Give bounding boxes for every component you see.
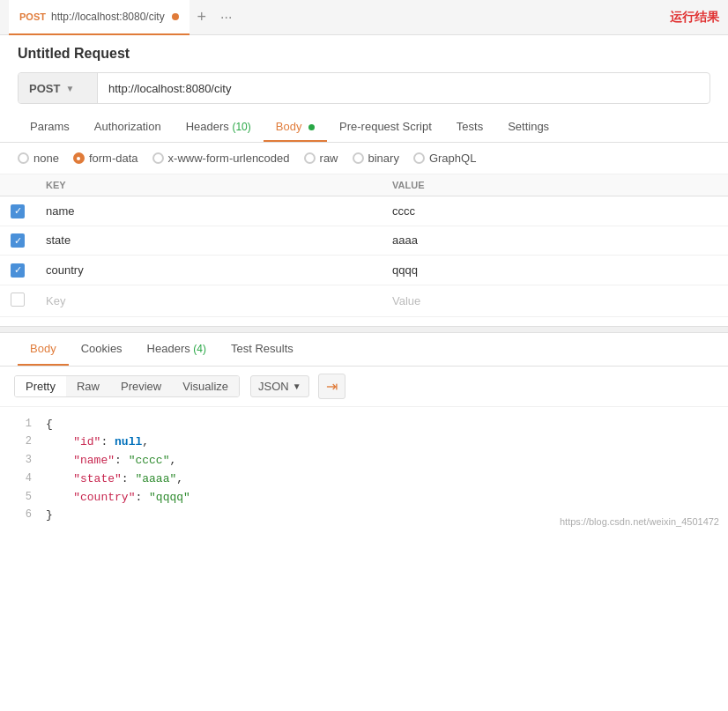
value-empty-placeholder[interactable]: Value — [382, 285, 728, 316]
wrap-button[interactable]: ⇥ — [318, 374, 345, 399]
body-type-urlencoded[interactable]: x-www-form-urlencoded — [152, 152, 290, 165]
json-str-name: "cccc" — [129, 454, 170, 467]
code-line-3: 3 "name": "cccc", — [0, 452, 728, 470]
format-pretty[interactable]: Pretty — [15, 376, 66, 396]
json-null-id: null — [115, 435, 142, 448]
more-tabs-button[interactable]: ··· — [214, 5, 239, 30]
radio-none — [18, 152, 29, 164]
tab-dot — [172, 13, 179, 20]
body-type-binary[interactable]: binary — [353, 152, 399, 165]
table-row-empty: Key Value — [0, 285, 728, 316]
body-type-none[interactable]: none — [18, 152, 59, 165]
json-type-select[interactable]: JSON ▼ — [250, 375, 309, 397]
format-raw[interactable]: Raw — [66, 376, 110, 396]
resp-tab-headers[interactable]: Headers (4) — [135, 333, 219, 366]
json-type-label: JSON — [258, 380, 289, 393]
json-str-country: "qqqq" — [149, 491, 190, 504]
response-toolbar: Pretty Raw Preview Visualize JSON ▼ ⇥ — [0, 367, 728, 407]
code-area: 1 { 2 "id": null, 3 "name": "cccc", 4 " — [0, 407, 728, 535]
line-content-5: "country": "qqqq" — [46, 489, 190, 507]
key-name[interactable]: name — [35, 196, 382, 226]
tab-params[interactable]: Params — [18, 113, 82, 142]
method-select[interactable]: POST ▼ — [19, 73, 98, 103]
radio-urlencoded — [152, 152, 164, 164]
key-empty-placeholder[interactable]: Key — [35, 285, 382, 316]
tab-tests[interactable]: Tests — [444, 113, 495, 142]
json-str-state: "aaaa" — [135, 472, 176, 485]
tab-body[interactable]: Body — [264, 113, 327, 142]
key-country[interactable]: country — [35, 256, 382, 285]
json-key-state: "state" — [73, 472, 122, 485]
line-content-4: "state": "aaaa", — [46, 470, 183, 489]
key-state[interactable]: state — [35, 226, 382, 256]
request-title: Untitled Request — [0, 35, 728, 72]
col-checkbox — [0, 174, 35, 196]
value-name[interactable]: cccc — [382, 196, 728, 226]
line-num-6: 6 — [7, 507, 32, 523]
run-result-label: 运行结果 — [670, 10, 719, 26]
label-binary: binary — [368, 152, 399, 165]
checkbox-empty[interactable] — [11, 293, 25, 307]
code-line-4: 4 "state": "aaaa", — [0, 470, 728, 489]
line-content-3: "name": "cccc", — [46, 452, 176, 470]
checkbox-name[interactable]: ✓ — [11, 204, 25, 218]
resp-tab-cookies[interactable]: Cookies — [69, 333, 135, 366]
response-tabs: Body Cookies Headers (4) Test Results — [0, 333, 728, 367]
label-raw: raw — [320, 152, 338, 165]
value-country[interactable]: qqqq — [382, 256, 728, 285]
code-line-5: 5 "country": "qqqq" — [0, 489, 728, 507]
line-num-4: 4 — [7, 470, 32, 487]
line-content-2: "id": null, — [46, 433, 149, 452]
tab-pre-request[interactable]: Pre-request Script — [327, 113, 444, 142]
method-label: POST — [29, 82, 60, 95]
watermark: https://blog.csdn.net/weixin_4501472 — [560, 516, 719, 527]
body-type-graphql[interactable]: GraphQL — [413, 152, 476, 165]
resp-tab-test-results[interactable]: Test Results — [219, 333, 306, 366]
radio-graphql — [413, 152, 425, 164]
table-row: ✓ name cccc — [0, 196, 728, 226]
table-row: ✓ state aaaa — [0, 226, 728, 256]
table-row: ✓ country qqqq — [0, 256, 728, 285]
resp-tab-body[interactable]: Body — [18, 333, 69, 366]
label-form-data: form-data — [89, 152, 138, 165]
checkbox-country[interactable]: ✓ — [11, 263, 25, 278]
line-num-1: 1 — [7, 416, 32, 433]
checkbox-state[interactable]: ✓ — [11, 233, 25, 248]
line-content-6: } — [46, 507, 53, 525]
response-section: Body Cookies Headers (4) Test Results Pr… — [0, 333, 728, 535]
json-type-arrow: ▼ — [293, 381, 301, 391]
format-group: Pretty Raw Preview Visualize — [14, 375, 240, 397]
line-num-3: 3 — [7, 452, 32, 469]
body-type-raw[interactable]: raw — [304, 152, 338, 165]
tab-authorization[interactable]: Authorization — [82, 113, 174, 142]
tab-headers[interactable]: Headers (10) — [174, 113, 264, 142]
code-line-2: 2 "id": null, — [0, 433, 728, 452]
radio-form-data — [73, 152, 85, 164]
url-input[interactable] — [98, 82, 709, 95]
body-dot — [308, 124, 315, 130]
label-graphql: GraphQL — [429, 152, 476, 165]
json-key-name: "name" — [73, 454, 115, 467]
section-divider — [0, 326, 728, 333]
value-state[interactable]: aaaa — [382, 226, 728, 256]
line-content-1: { — [46, 416, 53, 434]
format-preview[interactable]: Preview — [110, 376, 172, 396]
json-key-id: "id" — [73, 435, 100, 448]
headers-badge: (10) — [232, 121, 250, 133]
col-key: KEY — [35, 174, 382, 196]
body-type-form-data[interactable]: form-data — [73, 152, 138, 165]
tab-settings[interactable]: Settings — [495, 113, 561, 142]
url-bar: POST ▼ — [18, 72, 710, 104]
format-visualize[interactable]: Visualize — [172, 376, 239, 396]
tab-url: http://localhost:8080/city — [51, 11, 165, 23]
line-num-5: 5 — [7, 489, 32, 506]
json-key-country: "country" — [73, 491, 135, 504]
method-arrow: ▼ — [65, 84, 74, 93]
label-urlencoded: x-www-form-urlencoded — [168, 152, 290, 165]
label-none: none — [33, 152, 59, 165]
tab-request[interactable]: POST http://localhost:8080/city — [9, 0, 189, 35]
form-table: KEY VALUE ✓ name cccc ✓ state aaaa — [0, 174, 728, 317]
line-num-2: 2 — [7, 433, 32, 450]
top-tab-bar: POST http://localhost:8080/city + ··· 运行… — [0, 0, 728, 35]
add-tab-button[interactable]: + — [189, 5, 214, 30]
